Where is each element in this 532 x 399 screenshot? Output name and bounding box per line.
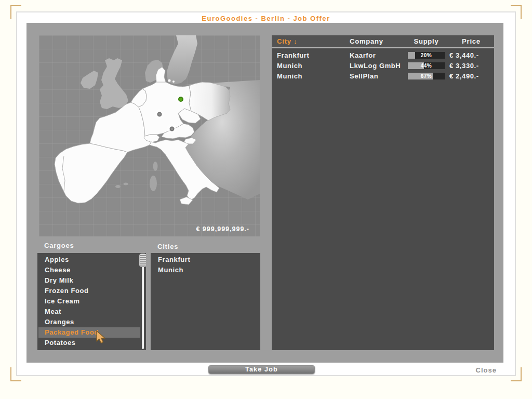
take-job-button[interactable]: Take Job [208,365,315,375]
job-offer-window: EuroGoodies - Berlin - Job Offer [16,11,516,376]
cargo-item[interactable]: Packaged Food [38,327,140,338]
job-row[interactable]: MunichLkwLog GmbH44%€ 3,330.- [272,60,494,71]
job-table: City ↓ Company Supply Price FrankfurtKaa… [272,35,494,350]
job-supply-cell: 44% [404,62,448,69]
europe-map: € 999,999,999.- [39,35,260,236]
job-table-rows: FrankfurtKaarfor20%€ 3,440.-MunichLkwLog… [272,48,494,81]
supply-bar: 67% [408,73,445,79]
job-row[interactable]: MunichSellPlan67%€ 2,490.- [272,71,494,81]
job-company: LkwLog GmbH [350,62,404,70]
column-header-city[interactable]: City ↓ [272,37,350,45]
cities-label: Cities [157,243,178,250]
sort-descending-icon: ↓ [294,37,297,45]
cargoes-scrollbar-track[interactable] [142,254,144,349]
green-city-dot-icon [178,97,183,102]
supply-bar: 44% [408,62,445,69]
gray-city-dot-icon [157,112,162,117]
supply-bar: 20% [408,52,445,59]
cargo-item[interactable]: Meat [37,307,146,317]
cargo-item[interactable]: Cheese [37,265,146,275]
cargo-item[interactable]: Ice Cream [37,296,146,307]
job-company: SellPlan [350,72,404,80]
job-row[interactable]: FrankfurtKaarfor20%€ 3,440.- [272,50,494,60]
supply-percent-label: 67% [408,73,445,79]
europe-map-svg [39,35,260,236]
gray-city-dot-icon [170,127,175,131]
frankfurt-marker[interactable] [153,108,166,121]
supply-percent-label: 44% [408,62,445,69]
cargo-item[interactable]: Apples [37,255,146,265]
job-supply-cell: 67% [404,73,448,79]
cargo-item[interactable]: Oranges [37,317,146,327]
job-city: Frankfurt [272,51,350,59]
job-company: Kaarfor [350,51,404,59]
column-header-supply[interactable]: Supply [404,37,448,45]
window-title: EuroGoodies - Berlin - Job Offer [17,15,515,22]
munich-marker[interactable] [166,123,178,135]
job-price: € 2,490.- [448,72,494,80]
city-column-label: City [277,37,291,45]
job-city: Munich [272,62,350,70]
column-header-company[interactable]: Company [350,37,404,45]
cargo-item[interactable]: Dry Milk [37,275,146,286]
cities-list: FrankfurtMunich [151,253,260,350]
cargoes-scrollbar-thumb[interactable] [139,254,146,267]
column-header-price[interactable]: Price [448,37,494,45]
cargoes-label: Cargoes [44,242,74,249]
close-button[interactable]: Close [455,366,497,374]
job-supply-cell: 20% [404,52,448,59]
job-price: € 3,330.- [448,62,494,70]
cargo-item[interactable]: Potatoes [37,338,146,348]
cargo-item[interactable]: Frozen Food [37,286,146,296]
berlin-marker[interactable] [175,93,187,105]
map-total-price: € 999,999,999.- [196,225,249,233]
cursor-arrow-icon [95,330,107,344]
job-city: Munich [272,72,350,80]
supply-percent-label: 20% [408,52,445,59]
job-table-header: City ↓ Company Supply Price [272,35,494,47]
city-item[interactable]: Munich [151,265,260,275]
city-item[interactable]: Frankfurt [151,255,260,265]
job-price: € 3,440.- [448,51,494,59]
cargoes-list: ApplesCheeseDry MilkFrozen FoodIce Cream… [37,253,146,350]
main-panel: € 999,999,999.- City ↓ Company Supply Pr… [26,23,503,363]
